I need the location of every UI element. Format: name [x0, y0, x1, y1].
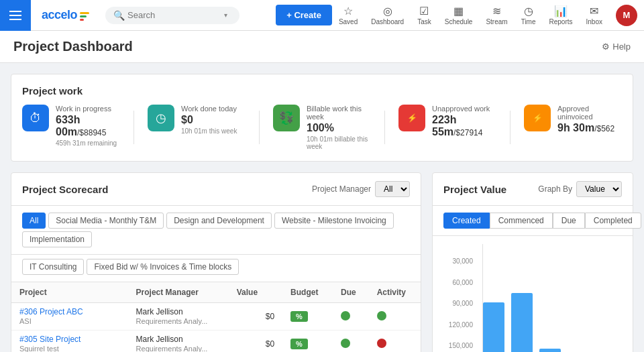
- col-value: Value: [229, 282, 282, 303]
- project-link[interactable]: #306 Project ABC: [19, 307, 120, 316]
- tab-all[interactable]: All: [22, 213, 46, 229]
- graph-by-select[interactable]: Value: [576, 181, 622, 197]
- col-project: Project: [11, 282, 128, 303]
- wip-icon: ⏱: [22, 105, 49, 131]
- nav-label-task: Task: [417, 18, 431, 25]
- pm-select[interactable]: All: [375, 181, 410, 197]
- metric-divider-3: [384, 111, 385, 144]
- page-title: Project Dashboard: [13, 39, 133, 54]
- search-input[interactable]: [127, 10, 221, 20]
- tab-design[interactable]: Design and Development: [166, 213, 272, 229]
- due-dot: [341, 311, 350, 320]
- y-axis-label: 30,000: [443, 257, 473, 265]
- schedule-icon: ▦: [453, 5, 464, 17]
- today-info: Work done today $0 10h 01m this week: [181, 105, 237, 135]
- content: Project work ⏱ Work in progress 633h 00m…: [0, 63, 644, 352]
- nav-item-schedule[interactable]: ▦ Schedule: [438, 5, 480, 25]
- tab-website[interactable]: Website - Milestone Invoicing: [274, 213, 394, 229]
- time-icon: ◷: [524, 5, 533, 17]
- col-pm: Project Manager: [128, 282, 229, 303]
- search-dropdown-icon[interactable]: ▾: [224, 11, 227, 19]
- due-dot: [341, 339, 350, 348]
- scorecard: Project Scorecard Project Manager All Al…: [11, 172, 421, 352]
- scorecard-tabs: All Social Media - Monthly T&M Design an…: [11, 206, 421, 255]
- value-amount: $0: [266, 339, 274, 349]
- col-activity: Activity: [369, 282, 421, 303]
- chart-bar: [511, 293, 533, 352]
- two-col: Project Scorecard Project Manager All Al…: [11, 172, 633, 352]
- wip-value: 633h 00m/$88945: [56, 114, 120, 138]
- cell-pm: Mark JellisonRequirements Analy...: [128, 303, 229, 331]
- create-button[interactable]: + Create: [276, 5, 332, 25]
- metric-divider-4: [510, 111, 511, 144]
- logo: accelo: [31, 8, 100, 22]
- y-axis-label: 120,000: [443, 321, 473, 329]
- help-label: Help: [612, 42, 631, 52]
- nav-item-inbox[interactable]: ✉ Inbox: [580, 5, 609, 25]
- col-due: Due: [333, 282, 369, 303]
- cell-value: $0: [229, 331, 282, 353]
- wip-info: Work in progress 633h 00m/$88945 459h 31…: [56, 105, 120, 147]
- nav-label-time: Time: [521, 18, 536, 25]
- chart-tab-completed[interactable]: Completed: [585, 213, 641, 229]
- unapproved-value: 223h 55m/$27914: [432, 114, 496, 138]
- pm-filter-label: Project Manager: [312, 184, 371, 194]
- stream-icon: ≋: [492, 5, 501, 17]
- billable-icon: 💱: [273, 105, 300, 131]
- today-sub: 10h 01m this week: [181, 127, 237, 135]
- metric-wip: ⏱ Work in progress 633h 00m/$88945 459h …: [22, 105, 120, 147]
- nav-item-dashboard[interactable]: ◎ Dashboard: [364, 5, 411, 25]
- project-sub: ASI: [19, 317, 32, 325]
- cell-budget: %: [282, 303, 333, 331]
- graph-by-label: Graph By: [538, 184, 572, 194]
- chart-y-axis: 210,000180,000150,000120,00090,00060,000…: [443, 244, 477, 352]
- value-amount: $0: [266, 312, 274, 321]
- approved-label: Approved uninvoiced: [557, 105, 622, 121]
- billable-info: Billable work this week 100% 10h 01m bil…: [307, 105, 371, 150]
- chart-tab-due[interactable]: Due: [553, 213, 585, 229]
- scorecard-title: Project Scorecard: [22, 184, 108, 195]
- nav-item-reports[interactable]: 📊 Reports: [543, 5, 580, 25]
- unapproved-label: Unapproved work: [432, 105, 496, 113]
- tab-impl[interactable]: Implementation: [22, 231, 92, 247]
- chart-tab-created[interactable]: Created: [443, 213, 490, 229]
- activity-dot: [377, 311, 386, 320]
- wip-label: Work in progress: [56, 105, 120, 113]
- nav-item-saved[interactable]: ☆ Saved: [332, 5, 364, 25]
- metrics-row: ⏱ Work in progress 633h 00m/$88945 459h …: [22, 105, 622, 150]
- tab-social[interactable]: Social Media - Monthly T&M: [48, 213, 164, 229]
- billable-sub: 10h 01m billable this week: [307, 135, 371, 150]
- chart-tab-commenced[interactable]: Commenced: [490, 213, 553, 229]
- project-work-card: Project work ⏱ Work in progress 633h 00m…: [11, 74, 633, 162]
- budget-badge[interactable]: %: [290, 311, 308, 322]
- cell-budget: %: [282, 331, 333, 353]
- top-nav: accelo 🔍 ▾ + Create ☆ Saved ◎ Dashboard …: [0, 0, 644, 31]
- chart-bar: [539, 349, 561, 352]
- activity-dot: [377, 339, 386, 348]
- table-row: #305 Site ProjectSquirrel testMark Jelli…: [11, 331, 421, 353]
- chart-bars: [482, 244, 622, 352]
- project-sub: Squirrel test: [19, 345, 59, 352]
- approved-value: 9h 30m/$562: [557, 122, 622, 134]
- search-bar[interactable]: 🔍 ▾: [105, 7, 239, 24]
- project-table: Project Project Manager Value Budget Due…: [11, 282, 421, 352]
- task-icon: ☑: [419, 5, 429, 17]
- help-button[interactable]: ⚙ Help: [602, 42, 631, 52]
- cell-project: #305 Site ProjectSquirrel test: [11, 331, 128, 353]
- tab-fixedbid[interactable]: Fixed Bid w/ % Invoices & Time blocks: [87, 259, 239, 275]
- nav-item-task[interactable]: ☑ Task: [411, 5, 438, 25]
- avatar[interactable]: M: [616, 5, 637, 26]
- nav-item-stream[interactable]: ≋ Stream: [479, 5, 514, 25]
- search-icon: 🔍: [113, 10, 125, 21]
- cell-activity: [369, 303, 421, 331]
- project-value-card: Project Value Graph By Value Created Com…: [432, 172, 633, 352]
- tab-itcons[interactable]: IT Consulting: [22, 259, 84, 275]
- unapproved-icon: ⚡: [398, 105, 425, 131]
- project-work-title: Project work: [22, 85, 622, 97]
- metric-unapproved: ⚡ Unapproved work 223h 55m/$27914: [398, 105, 496, 138]
- hamburger-button[interactable]: [0, 0, 31, 31]
- nav-item-time[interactable]: ◷ Time: [515, 5, 543, 25]
- budget-badge[interactable]: %: [290, 339, 308, 349]
- project-link[interactable]: #305 Site Project: [19, 335, 120, 344]
- nav-icons: + Create ☆ Saved ◎ Dashboard ☑ Task ▦ Sc…: [270, 5, 644, 26]
